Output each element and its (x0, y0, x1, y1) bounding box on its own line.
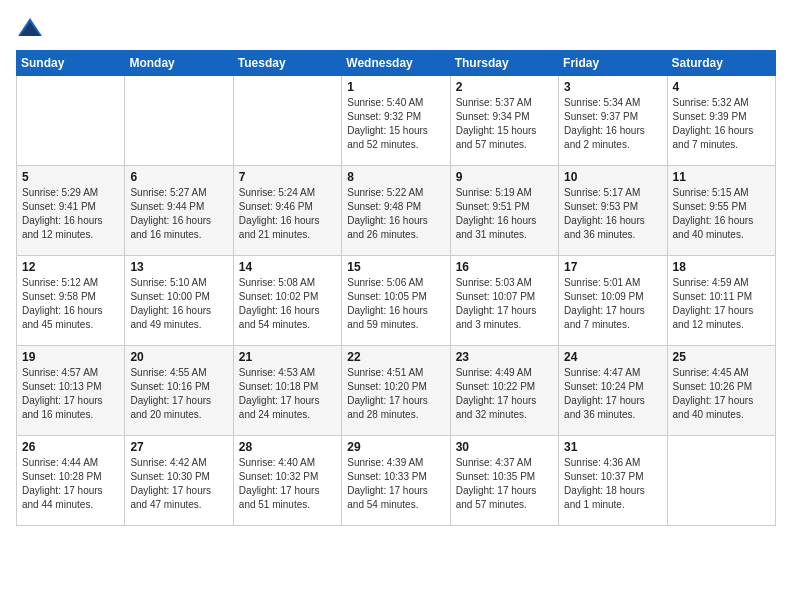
day-info: Sunrise: 5:06 AM Sunset: 10:05 PM Daylig… (347, 276, 444, 332)
day-header-thursday: Thursday (450, 51, 558, 76)
calendar-cell (233, 76, 341, 166)
day-info: Sunrise: 4:49 AM Sunset: 10:22 PM Daylig… (456, 366, 553, 422)
logo-icon (16, 16, 44, 40)
day-info: Sunrise: 4:40 AM Sunset: 10:32 PM Daylig… (239, 456, 336, 512)
day-info: Sunrise: 5:29 AM Sunset: 9:41 PM Dayligh… (22, 186, 119, 242)
day-number: 15 (347, 260, 444, 274)
day-info: Sunrise: 4:37 AM Sunset: 10:35 PM Daylig… (456, 456, 553, 512)
day-number: 28 (239, 440, 336, 454)
calendar-cell: 28Sunrise: 4:40 AM Sunset: 10:32 PM Dayl… (233, 436, 341, 526)
day-info: Sunrise: 4:59 AM Sunset: 10:11 PM Daylig… (673, 276, 770, 332)
calendar-cell: 14Sunrise: 5:08 AM Sunset: 10:02 PM Dayl… (233, 256, 341, 346)
day-number: 21 (239, 350, 336, 364)
day-number: 13 (130, 260, 227, 274)
day-number: 20 (130, 350, 227, 364)
day-number: 27 (130, 440, 227, 454)
day-header-saturday: Saturday (667, 51, 775, 76)
calendar-cell: 7Sunrise: 5:24 AM Sunset: 9:46 PM Daylig… (233, 166, 341, 256)
calendar-cell (17, 76, 125, 166)
day-number: 8 (347, 170, 444, 184)
calendar-cell: 29Sunrise: 4:39 AM Sunset: 10:33 PM Dayl… (342, 436, 450, 526)
day-number: 4 (673, 80, 770, 94)
day-info: Sunrise: 5:08 AM Sunset: 10:02 PM Daylig… (239, 276, 336, 332)
calendar-cell: 27Sunrise: 4:42 AM Sunset: 10:30 PM Dayl… (125, 436, 233, 526)
day-info: Sunrise: 5:01 AM Sunset: 10:09 PM Daylig… (564, 276, 661, 332)
day-number: 17 (564, 260, 661, 274)
days-header-row: SundayMondayTuesdayWednesdayThursdayFrid… (17, 51, 776, 76)
calendar-cell: 5Sunrise: 5:29 AM Sunset: 9:41 PM Daylig… (17, 166, 125, 256)
day-header-wednesday: Wednesday (342, 51, 450, 76)
day-info: Sunrise: 5:27 AM Sunset: 9:44 PM Dayligh… (130, 186, 227, 242)
day-info: Sunrise: 5:34 AM Sunset: 9:37 PM Dayligh… (564, 96, 661, 152)
calendar-cell (125, 76, 233, 166)
day-number: 14 (239, 260, 336, 274)
day-info: Sunrise: 4:47 AM Sunset: 10:24 PM Daylig… (564, 366, 661, 422)
calendar-cell: 1Sunrise: 5:40 AM Sunset: 9:32 PM Daylig… (342, 76, 450, 166)
day-number: 30 (456, 440, 553, 454)
day-number: 7 (239, 170, 336, 184)
logo (16, 16, 48, 40)
day-number: 26 (22, 440, 119, 454)
day-number: 12 (22, 260, 119, 274)
calendar-cell: 10Sunrise: 5:17 AM Sunset: 9:53 PM Dayli… (559, 166, 667, 256)
day-info: Sunrise: 5:12 AM Sunset: 9:58 PM Dayligh… (22, 276, 119, 332)
day-number: 3 (564, 80, 661, 94)
calendar-cell: 23Sunrise: 4:49 AM Sunset: 10:22 PM Dayl… (450, 346, 558, 436)
day-info: Sunrise: 4:55 AM Sunset: 10:16 PM Daylig… (130, 366, 227, 422)
day-number: 19 (22, 350, 119, 364)
calendar-cell: 11Sunrise: 5:15 AM Sunset: 9:55 PM Dayli… (667, 166, 775, 256)
day-number: 10 (564, 170, 661, 184)
day-header-tuesday: Tuesday (233, 51, 341, 76)
calendar-cell: 12Sunrise: 5:12 AM Sunset: 9:58 PM Dayli… (17, 256, 125, 346)
day-info: Sunrise: 5:15 AM Sunset: 9:55 PM Dayligh… (673, 186, 770, 242)
day-info: Sunrise: 4:36 AM Sunset: 10:37 PM Daylig… (564, 456, 661, 512)
day-number: 1 (347, 80, 444, 94)
day-number: 5 (22, 170, 119, 184)
calendar-cell: 8Sunrise: 5:22 AM Sunset: 9:48 PM Daylig… (342, 166, 450, 256)
calendar-cell: 31Sunrise: 4:36 AM Sunset: 10:37 PM Dayl… (559, 436, 667, 526)
week-row-3: 12Sunrise: 5:12 AM Sunset: 9:58 PM Dayli… (17, 256, 776, 346)
calendar-cell: 9Sunrise: 5:19 AM Sunset: 9:51 PM Daylig… (450, 166, 558, 256)
calendar-cell (667, 436, 775, 526)
calendar-cell: 15Sunrise: 5:06 AM Sunset: 10:05 PM Dayl… (342, 256, 450, 346)
calendar-cell: 19Sunrise: 4:57 AM Sunset: 10:13 PM Dayl… (17, 346, 125, 436)
day-header-friday: Friday (559, 51, 667, 76)
day-info: Sunrise: 4:45 AM Sunset: 10:26 PM Daylig… (673, 366, 770, 422)
day-number: 11 (673, 170, 770, 184)
day-info: Sunrise: 5:17 AM Sunset: 9:53 PM Dayligh… (564, 186, 661, 242)
calendar-cell: 30Sunrise: 4:37 AM Sunset: 10:35 PM Dayl… (450, 436, 558, 526)
day-info: Sunrise: 5:32 AM Sunset: 9:39 PM Dayligh… (673, 96, 770, 152)
day-number: 6 (130, 170, 227, 184)
week-row-4: 19Sunrise: 4:57 AM Sunset: 10:13 PM Dayl… (17, 346, 776, 436)
calendar-cell: 22Sunrise: 4:51 AM Sunset: 10:20 PM Dayl… (342, 346, 450, 436)
calendar-cell: 18Sunrise: 4:59 AM Sunset: 10:11 PM Dayl… (667, 256, 775, 346)
calendar-cell: 17Sunrise: 5:01 AM Sunset: 10:09 PM Dayl… (559, 256, 667, 346)
calendar-cell: 26Sunrise: 4:44 AM Sunset: 10:28 PM Dayl… (17, 436, 125, 526)
day-number: 16 (456, 260, 553, 274)
day-info: Sunrise: 4:51 AM Sunset: 10:20 PM Daylig… (347, 366, 444, 422)
calendar-table: SundayMondayTuesdayWednesdayThursdayFrid… (16, 50, 776, 526)
header (16, 16, 776, 40)
day-info: Sunrise: 5:22 AM Sunset: 9:48 PM Dayligh… (347, 186, 444, 242)
day-info: Sunrise: 5:19 AM Sunset: 9:51 PM Dayligh… (456, 186, 553, 242)
week-row-1: 1Sunrise: 5:40 AM Sunset: 9:32 PM Daylig… (17, 76, 776, 166)
day-number: 18 (673, 260, 770, 274)
day-number: 9 (456, 170, 553, 184)
calendar-cell: 13Sunrise: 5:10 AM Sunset: 10:00 PM Dayl… (125, 256, 233, 346)
day-info: Sunrise: 5:40 AM Sunset: 9:32 PM Dayligh… (347, 96, 444, 152)
day-info: Sunrise: 4:53 AM Sunset: 10:18 PM Daylig… (239, 366, 336, 422)
calendar-cell: 20Sunrise: 4:55 AM Sunset: 10:16 PM Dayl… (125, 346, 233, 436)
calendar-cell: 25Sunrise: 4:45 AM Sunset: 10:26 PM Dayl… (667, 346, 775, 436)
day-header-sunday: Sunday (17, 51, 125, 76)
day-number: 22 (347, 350, 444, 364)
week-row-2: 5Sunrise: 5:29 AM Sunset: 9:41 PM Daylig… (17, 166, 776, 256)
calendar-cell: 16Sunrise: 5:03 AM Sunset: 10:07 PM Dayl… (450, 256, 558, 346)
calendar-cell: 6Sunrise: 5:27 AM Sunset: 9:44 PM Daylig… (125, 166, 233, 256)
day-info: Sunrise: 4:39 AM Sunset: 10:33 PM Daylig… (347, 456, 444, 512)
day-info: Sunrise: 5:10 AM Sunset: 10:00 PM Daylig… (130, 276, 227, 332)
day-info: Sunrise: 4:42 AM Sunset: 10:30 PM Daylig… (130, 456, 227, 512)
day-info: Sunrise: 5:37 AM Sunset: 9:34 PM Dayligh… (456, 96, 553, 152)
day-number: 23 (456, 350, 553, 364)
day-info: Sunrise: 5:24 AM Sunset: 9:46 PM Dayligh… (239, 186, 336, 242)
day-number: 24 (564, 350, 661, 364)
